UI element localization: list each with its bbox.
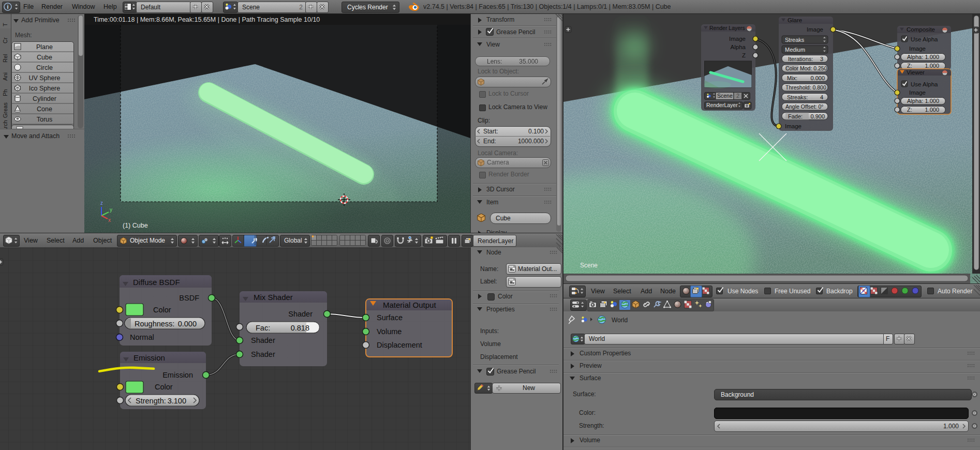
svg-text:Emission: Emission — [133, 353, 165, 362]
svg-text:Iterations:: Iterations: — [788, 56, 813, 62]
svg-text:Glare: Glare — [788, 17, 802, 23]
svg-text:Streaks: Streaks — [785, 37, 805, 43]
svg-text:Shader: Shader — [251, 336, 275, 344]
svg-text:Z:: Z: — [907, 107, 912, 113]
svg-text:Displacement: Displacement — [377, 341, 422, 349]
svg-text:Image: Image — [729, 36, 746, 42]
svg-text:Composite: Composite — [907, 26, 935, 33]
svg-text:RenderLayer: RenderLayer — [706, 102, 738, 108]
svg-text:Medium: Medium — [785, 47, 805, 53]
svg-text:Image: Image — [909, 46, 926, 52]
svg-text:y: y — [110, 207, 112, 213]
svg-text:3.100: 3.100 — [168, 397, 186, 405]
svg-text:Image: Image — [785, 123, 801, 129]
svg-text:Alpha:: Alpha: — [907, 54, 923, 60]
svg-text:Render Layers: Render Layers — [709, 25, 745, 31]
svg-text:Diffuse BSDF: Diffuse BSDF — [133, 278, 180, 287]
svg-text:0.818: 0.818 — [291, 324, 309, 332]
svg-text:Scene: Scene — [717, 93, 733, 99]
svg-text:Plane: Plane — [36, 43, 53, 51]
svg-text:Mix:: Mix: — [787, 75, 797, 81]
svg-text:Fade:: Fade: — [788, 113, 803, 119]
svg-text:Cone: Cone — [37, 106, 52, 113]
svg-text:Cube: Cube — [37, 54, 52, 61]
svg-text:0.900: 0.900 — [810, 113, 825, 119]
svg-text:Emission: Emission — [162, 371, 193, 379]
svg-text:Image: Image — [909, 89, 926, 96]
svg-text:x: x — [108, 217, 111, 223]
svg-text:Shader: Shader — [288, 310, 313, 318]
svg-text:Image: Image — [807, 26, 823, 33]
svg-text:Alpha:: Alpha: — [907, 98, 923, 104]
svg-text:Angle Offset: 0°: Angle Offset: 0° — [785, 103, 823, 110]
svg-text:Normal: Normal — [130, 333, 154, 341]
svg-text:i: i — [7, 4, 8, 10]
svg-text:Surface: Surface — [377, 313, 403, 322]
svg-text:2: 2 — [736, 93, 739, 99]
svg-text:Mix Shader: Mix Shader — [254, 293, 293, 302]
svg-text:Color: Color — [153, 306, 171, 314]
svg-text:Z: Z — [742, 52, 746, 58]
svg-text:Fac:: Fac: — [256, 324, 270, 332]
svg-text:0.000: 0.000 — [810, 75, 825, 81]
svg-text:Streaks:: Streaks: — [787, 94, 808, 100]
svg-text:z: z — [100, 200, 103, 206]
svg-text:BSDF: BSDF — [179, 294, 199, 302]
svg-text:Use Alpha: Use Alpha — [911, 36, 938, 42]
svg-text:Roughness:: Roughness: — [135, 320, 174, 328]
svg-text:(1) Cube: (1) Cube — [123, 222, 148, 229]
svg-text:Scene: Scene — [580, 262, 598, 269]
svg-text:3: 3 — [820, 56, 823, 62]
svg-text:Ico Sphere: Ico Sphere — [29, 85, 61, 92]
svg-text:Torus: Torus — [37, 116, 53, 123]
svg-text:Use Alpha: Use Alpha — [911, 81, 938, 87]
svg-text:Color Mod: 0.250: Color Mod: 0.250 — [785, 65, 827, 71]
svg-text:Cylinder: Cylinder — [33, 95, 56, 102]
svg-text:Viewer: Viewer — [907, 69, 925, 76]
svg-text:Color: Color — [155, 383, 173, 391]
svg-text:4: 4 — [820, 94, 823, 100]
svg-text:Circle: Circle — [36, 64, 53, 71]
svg-text:0.000: 0.000 — [178, 320, 197, 328]
svg-text:Material Output: Material Output — [383, 301, 436, 309]
svg-text:Threshold: 0.800: Threshold: 0.800 — [785, 84, 826, 91]
svg-text:UV Sphere: UV Sphere — [28, 74, 60, 82]
svg-text:1.000: 1.000 — [925, 54, 939, 60]
svg-text:1.000: 1.000 — [925, 107, 939, 113]
svg-text:Z:: Z: — [907, 63, 912, 69]
svg-text:Shader: Shader — [251, 350, 275, 358]
svg-text:Alpha: Alpha — [731, 44, 746, 50]
svg-text:Volume: Volume — [377, 327, 402, 336]
svg-text:Strength:: Strength: — [136, 397, 166, 405]
svg-text:Time:00:01.18 | Mem:8.66M, Pea: Time:00:01.18 | Mem:8.66M, Peak:15.65M |… — [94, 16, 320, 23]
svg-text:1.000: 1.000 — [925, 63, 939, 69]
svg-text:1.000: 1.000 — [925, 98, 939, 104]
